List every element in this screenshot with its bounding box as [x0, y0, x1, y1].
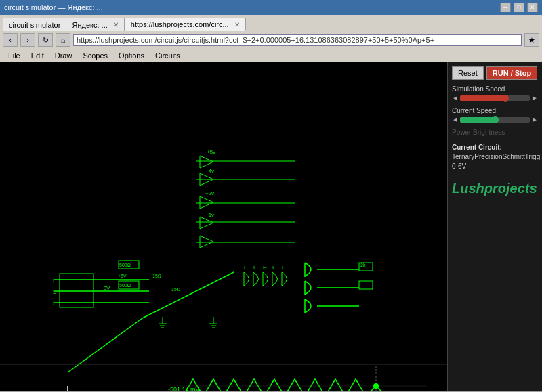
tab-yandex[interactable]: circuit simulator — Яндекс: ... ✕ [3, 18, 125, 31]
menu-draw[interactable]: Draw [49, 49, 78, 62]
svg-text:+1v: +1v [205, 212, 214, 218]
svg-text:500Ω: 500Ω [119, 263, 131, 267]
tab-yandex-label: circuit simulator — Яндекс: ... [9, 21, 108, 29]
browser-chrome: circuit simulator — Яндекс: ... ─ □ ✕ ci… [0, 0, 542, 62]
svg-text:15Ω: 15Ω [152, 274, 161, 278]
svg-text:H: H [263, 265, 267, 271]
svg-text:15Ω: 15Ω [171, 287, 180, 292]
svg-text:2k: 2k [360, 263, 366, 267]
current-speed-label: Current Speed [452, 107, 538, 114]
sim-speed-left-arrow[interactable]: ◄ [452, 94, 459, 102]
cur-speed-right-arrow[interactable]: ► [531, 116, 538, 123]
svg-text:+3V: +3V [100, 285, 110, 291]
svg-text:L: L [244, 265, 247, 271]
window-controls: ─ □ ✕ [500, 3, 538, 12]
forward-button[interactable]: › [20, 33, 35, 47]
simulation-speed-slider-row: ◄ ► [452, 94, 538, 102]
simulation-speed-fill [460, 95, 505, 101]
current-speed-slider-row: ◄ ► [452, 116, 538, 123]
svg-text:L: L [53, 288, 56, 295]
svg-text:L: L [253, 265, 257, 271]
main-content: Penta Comparator Thermometric to UnoUnar… [0, 62, 542, 391]
maximize-button[interactable]: □ [514, 3, 524, 12]
menu-edit[interactable]: Edit [26, 49, 49, 62]
bookmark-button[interactable]: ★ [524, 33, 539, 47]
menu-bar: File Edit Draw Scopes Options Circuits [0, 49, 542, 62]
home-button[interactable]: ⌂ [56, 33, 70, 47]
title-bar: circuit simulator — Яндекс: ... ─ □ ✕ [0, 0, 542, 15]
svg-point-57 [373, 383, 379, 389]
simulation-speed-track[interactable] [460, 95, 530, 101]
tabs-bar: circuit simulator — Яндекс: ... ✕ https:… [0, 15, 542, 31]
panel-buttons: Reset RUN / Stop [452, 66, 538, 80]
circuit-area[interactable]: Penta Comparator Thermometric to UnoUnar… [0, 62, 447, 391]
svg-text:+5v: +5v [207, 149, 215, 155]
svg-text:L: L [53, 277, 56, 284]
tab-yandex-close[interactable]: ✕ [113, 21, 119, 28]
menu-options[interactable]: Options [113, 49, 150, 62]
menu-file[interactable]: File [3, 49, 26, 62]
current-speed-thumb[interactable] [492, 116, 499, 123]
lush-logo: Lushprojects [452, 181, 538, 196]
run-stop-button[interactable]: RUN / Stop [486, 66, 537, 80]
svg-text:L: L [53, 300, 56, 307]
tab-lush-close[interactable]: ✕ [234, 21, 240, 28]
svg-rect-0 [0, 88, 447, 366]
simulation-speed-thumb[interactable] [502, 95, 509, 102]
current-speed-section: Current Speed ◄ ► [452, 107, 538, 123]
browser-title: circuit simulator — Яндекс: ... [4, 3, 103, 12]
tab-lush[interactable]: https://lushprojects.com/circ... ✕ [125, 18, 246, 31]
svg-text:L: L [282, 265, 285, 271]
close-button[interactable]: ✕ [527, 3, 538, 12]
menu-scopes[interactable]: Scopes [77, 49, 113, 62]
current-circuit-section: Current Circuit: TernaryPrecisionSchmitt… [452, 143, 538, 171]
svg-text:500Ω: 500Ω [119, 283, 131, 288]
current-circuit-name: TernaryPrecisionSchmittTrigg... 0-6V [452, 152, 538, 171]
svg-text:+4v: +4v [205, 168, 214, 174]
power-brightness-label: Power Brightness [452, 129, 538, 136]
simulation-speed-label: Simulation Speed [452, 85, 538, 93]
reset-button[interactable]: Reset [452, 66, 484, 80]
svg-text:L: L [272, 265, 276, 271]
menu-circuits[interactable]: Circuits [150, 49, 186, 62]
address-bar: ‹ › ↻ ⌂ ★ [0, 31, 542, 49]
refresh-button[interactable]: ↻ [38, 33, 53, 47]
current-speed-track[interactable] [460, 117, 530, 123]
cur-speed-left-arrow[interactable]: ◄ [452, 116, 459, 123]
title-bar-left: circuit simulator — Яндекс: ... [4, 3, 103, 12]
current-circuit-title: Current Circuit: [452, 143, 538, 152]
tab-lush-label: https://lushprojects.com/circ... [131, 20, 229, 28]
circuit-svg: +5v +4v +2v +1v L L L +3V 500Ω 500Ω +6V … [0, 62, 447, 391]
minimize-button[interactable]: ─ [500, 3, 511, 12]
svg-text:+6V: +6V [118, 274, 127, 278]
svg-text:+2v: +2v [205, 190, 214, 196]
current-speed-fill [460, 117, 495, 123]
simulation-speed-section: Simulation Speed ◄ ► [452, 85, 538, 102]
right-panel: Reset RUN / Stop Simulation Speed ◄ ► Cu… [447, 62, 542, 391]
back-button[interactable]: ‹ [3, 33, 18, 47]
sim-speed-right-arrow[interactable]: ► [531, 94, 538, 102]
url-input[interactable] [73, 34, 522, 46]
